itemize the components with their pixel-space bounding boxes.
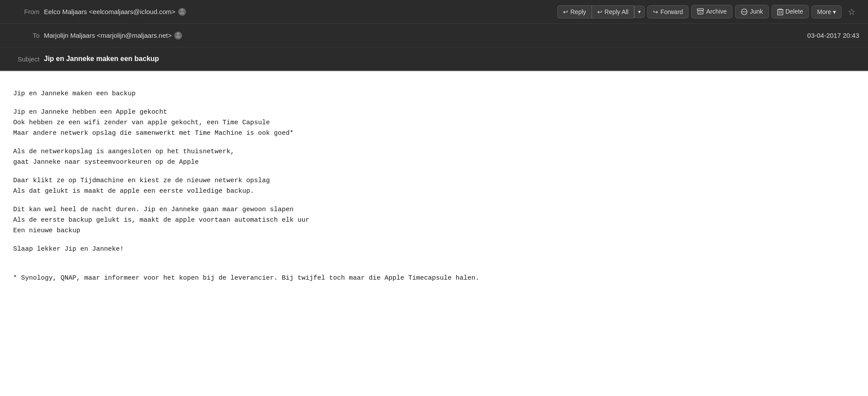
- email-paragraph: Jip en Janneke maken een backup: [13, 89, 855, 99]
- reply-icon: ↩: [563, 8, 568, 15]
- email-line: Slaap lekker Jip en Janneke!: [13, 245, 124, 253]
- from-value: Eelco Maljaars <eelcomaljaars@icloud.com…: [44, 8, 176, 15]
- forward-icon: ↪: [653, 8, 658, 15]
- email-paragraph: * Synology, QNAP, maar informeer voor he…: [13, 263, 855, 284]
- svg-point-13: [176, 36, 180, 38]
- to-label: To: [9, 32, 39, 39]
- email-line: Een nieuwe backup: [13, 227, 80, 234]
- timestamp-value: 03-04-2017 20:43: [807, 32, 859, 39]
- to-value: Marjolijn Maljaars <marjolijn@maljaars.n…: [44, 32, 172, 39]
- junk-label: Junk: [750, 8, 763, 15]
- email-paragraph: Dit kan wel heel de nacht duren. Jip en …: [13, 205, 855, 236]
- email-line: Jip en Janneke maken een backup: [13, 90, 136, 97]
- delete-label: Delete: [786, 8, 803, 15]
- email-line: Daar klikt ze op Tijdmachine en kiest ze…: [13, 177, 270, 184]
- email-line: Maar andere netwerk opslag die samenwerk…: [13, 130, 294, 137]
- more-button[interactable]: More ▾: [811, 5, 842, 18]
- subject-label: Subject: [9, 55, 39, 63]
- star-button[interactable]: ☆: [844, 5, 859, 19]
- reply-all-icon: ↩: [597, 8, 603, 15]
- svg-point-0: [181, 9, 183, 11]
- email-paragraph: Als de netwerkopslag is aangesloten op h…: [13, 147, 855, 168]
- email-paragraph: Daar klikt ze op Tijdmachine en kiest ze…: [13, 176, 855, 197]
- action-buttons: ↩ Reply ↩ Reply All ▾ ↪ Forward: [557, 5, 859, 19]
- svg-rect-7: [778, 10, 783, 15]
- reply-all-label: Reply All: [605, 8, 628, 15]
- to-contact-icon[interactable]: [174, 32, 182, 40]
- email-line: Dit kan wel heel de nacht duren. Jip en …: [13, 206, 294, 213]
- more-label: More: [817, 8, 831, 15]
- from-row: From Eelco Maljaars <eelcomaljaars@iclou…: [0, 0, 868, 24]
- reply-all-button[interactable]: ↩ Reply All: [592, 5, 634, 18]
- svg-point-12: [177, 32, 179, 35]
- archive-button[interactable]: Archive: [691, 5, 732, 18]
- timestamp: 03-04-2017 20:43: [799, 32, 859, 40]
- archive-icon: [697, 8, 704, 15]
- email-line: gaat Janneke naar systeemvoorkeuren op d…: [13, 158, 199, 166]
- email-body: Jip en Janneke maken een backupJip en Ja…: [0, 71, 868, 309]
- junk-button[interactable]: Junk: [735, 5, 769, 18]
- email-paragraph: Slaap lekker Jip en Janneke!: [13, 244, 855, 255]
- delete-button[interactable]: Delete: [771, 5, 809, 18]
- forward-button[interactable]: ↪ Forward: [647, 5, 689, 18]
- email-line: Als de netwerkopslag is aangesloten op h…: [13, 148, 234, 155]
- email-line: Als dat gelukt is maakt de apple een eer…: [13, 187, 254, 195]
- junk-icon: [741, 8, 748, 15]
- from-contact-icon[interactable]: [178, 8, 186, 16]
- reply-label: Reply: [570, 8, 586, 15]
- archive-label: Archive: [706, 8, 727, 15]
- from-section: From Eelco Maljaars <eelcomaljaars@iclou…: [9, 8, 186, 16]
- svg-rect-11: [779, 9, 782, 10]
- email-line: Als de eerste backup gelukt is, maakt de…: [13, 216, 309, 224]
- email-line: Ook hebben ze een wifi zender van apple …: [13, 119, 270, 126]
- to-section: To Marjolijn Maljaars <marjolijn@maljaar…: [9, 32, 182, 40]
- reply-group: ↩ Reply ↩ Reply All ▾: [557, 5, 645, 18]
- from-label: From: [9, 8, 39, 15]
- subject-row: Subject Jip en Janneke maken een backup: [0, 47, 868, 71]
- email-line: Jip en Janneke hebben een Apple gekocht: [13, 108, 167, 116]
- svg-point-1: [180, 12, 184, 14]
- subject-value: Jip en Janneke maken een backup: [44, 55, 159, 63]
- email-header: From Eelco Maljaars <eelcomaljaars@iclou…: [0, 0, 868, 71]
- reply-button[interactable]: ↩ Reply: [557, 5, 592, 18]
- email-line: * Synology, QNAP, maar informeer voor he…: [13, 274, 479, 282]
- star-icon: ☆: [848, 7, 856, 17]
- email-paragraph: Jip en Janneke hebben een Apple gekochtO…: [13, 107, 855, 139]
- forward-label: Forward: [660, 8, 683, 15]
- more-chevron-icon: ▾: [833, 8, 836, 15]
- delete-icon: [777, 8, 783, 15]
- to-row: To Marjolijn Maljaars <marjolijn@maljaar…: [0, 24, 868, 47]
- reply-dropdown-button[interactable]: ▾: [634, 6, 645, 18]
